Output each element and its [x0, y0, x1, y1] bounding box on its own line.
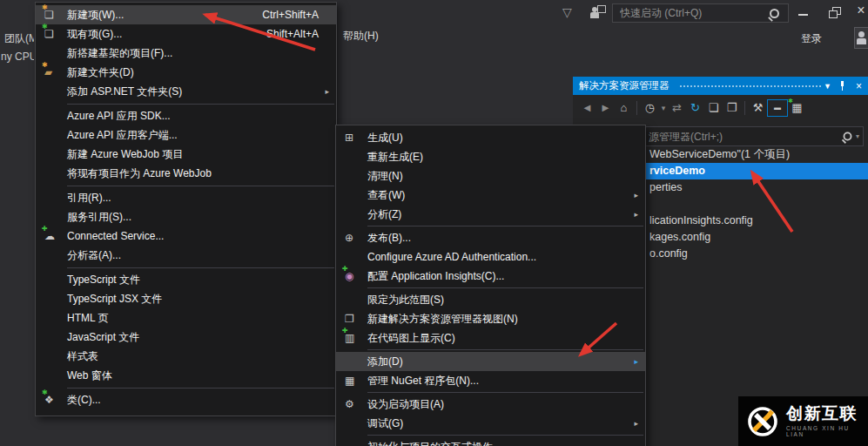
startup-project-icon: ⚙	[345, 396, 367, 412]
menu-item[interactable]: Web 窗体	[36, 366, 336, 385]
menu-item-label: 限定为此范围(S)	[367, 293, 444, 307]
menu-item-label: 新建解决方案资源管理器视图(N)	[367, 312, 518, 327]
menu-item-label: 分析(Z)	[367, 207, 401, 222]
new-view-icon: ❐	[345, 311, 367, 327]
menu-item[interactable]: 添加(D)▸	[336, 352, 645, 371]
menu-item[interactable]: ⊕发布(B)...	[336, 228, 645, 247]
menu-icon-gutter	[44, 247, 67, 263]
menu-item[interactable]: ▥✚在代码图上显示(C)	[336, 328, 645, 348]
menu-item[interactable]: 样式表	[36, 347, 336, 366]
menu-item-label: 设为启动项目(A)	[367, 397, 444, 412]
menu-item-label: 新建 Azure WebJob 项目	[67, 147, 183, 162]
submenu-arrow-icon: ▸	[325, 87, 329, 96]
menu-item[interactable]: Azure API 应用客户端...	[36, 125, 336, 145]
menu-separator	[367, 349, 643, 350]
solution-explorer-toolbar: ◄►⌂◷▾⇄↻❏❐⚒▬▦✱	[573, 95, 868, 120]
wrench-icon[interactable]: ⚒	[749, 99, 767, 117]
restore-button[interactable]	[826, 5, 842, 19]
menu-item[interactable]: ▦管理 NuGet 程序包(N)...	[336, 371, 645, 390]
menu-item-label: 发布(B)...	[367, 231, 411, 246]
menu-item[interactable]: 初始化与项目的交互式操作	[336, 437, 645, 446]
submenu-arrow-icon: ▸	[634, 191, 638, 199]
menu-item[interactable]: JavaScript 文件	[36, 328, 336, 347]
menu-item[interactable]: ⊞生成(U)	[336, 128, 645, 147]
menu-item-label: JavaScript 文件	[67, 330, 139, 345]
menu-icon-gutter	[345, 168, 367, 184]
menu-item[interactable]: ▰✱新建文件夹(D)	[36, 63, 336, 82]
search-icon	[844, 132, 852, 141]
refresh-icon[interactable]: ↻	[686, 99, 704, 117]
menu-item[interactable]: 查看(W)▸	[336, 186, 645, 205]
menu-item-label: 清理(N)	[367, 169, 403, 184]
history-icon[interactable]: ◷	[641, 99, 659, 117]
menu-item[interactable]: ❏✱现有项(G)...Shift+Alt+A	[36, 24, 336, 44]
menu-icon-gutter	[345, 187, 367, 203]
menu-separator	[67, 104, 334, 105]
back-icon[interactable]: ◄	[578, 99, 596, 117]
menu-item[interactable]: 添加 ASP.NET 文件夹(S)▸	[36, 82, 336, 101]
account-avatar[interactable]	[854, 27, 868, 49]
menu-item[interactable]: 新搭建基架的项目(F)...	[36, 44, 336, 63]
menu-item[interactable]: ❖✱类(C)...	[36, 390, 336, 409]
watermark-brand: 创新互联	[786, 405, 868, 423]
minimize-button[interactable]	[795, 10, 811, 19]
menu-item[interactable]: 清理(N)	[336, 166, 645, 186]
panel-close-icon[interactable]: ×	[852, 77, 865, 95]
menu-item[interactable]: Configure Azure AD Authentication...	[336, 247, 645, 267]
menu-item-label: 初始化与项目的交互式操作	[367, 440, 493, 446]
menu-item[interactable]: ❏✱新建项(W)...Ctrl+Shift+A	[36, 5, 336, 24]
menu-item[interactable]: ◉✚配置 Application Insights(C)...	[336, 267, 645, 286]
preview-toggle-icon[interactable]: ▬	[767, 99, 788, 117]
menu-item[interactable]: 分析(Z)▸	[336, 205, 645, 224]
menu-item[interactable]: 限定为此范围(S)	[336, 290, 645, 309]
menu-item[interactable]: ❐新建解决方案资源管理器视图(N)	[336, 309, 645, 328]
pin-icon[interactable]	[836, 77, 849, 95]
panel-title: 解决方案资源管理器	[579, 79, 670, 92]
sign-in-link[interactable]: 登录	[801, 31, 822, 46]
menu-icon-gutter	[345, 439, 367, 446]
quick-launch-box[interactable]	[612, 3, 789, 23]
collapse-all-icon[interactable]: ❏	[704, 99, 723, 117]
menu-item[interactable]: 新建 Azure WebJob 项目	[36, 145, 336, 164]
menu-item[interactable]: 调试(G)▸	[336, 414, 645, 433]
menu-item-label: Web 窗体	[67, 368, 112, 383]
platform-dropdown[interactable]: ny CPU	[1, 51, 34, 63]
menu-item[interactable]: 将现有项目作为 Azure WebJob	[36, 164, 336, 183]
menu-item-label: HTML 页	[67, 311, 109, 326]
menu-item-label: Azure API 应用 SDK...	[67, 109, 171, 124]
window-position-chevron-icon[interactable]: ▼	[821, 77, 834, 95]
sync-icon[interactable]: ⇄	[668, 99, 686, 117]
menu-icon-gutter	[44, 166, 67, 181]
properties-page-icon[interactable]: ❐	[723, 99, 741, 117]
menu-item[interactable]: 分析器(A)...	[36, 246, 336, 265]
search-dropdown-icon[interactable]: ▾	[856, 132, 859, 140]
menu-icon-gutter	[44, 329, 67, 345]
menu-item-label: 重新生成(E)	[367, 150, 423, 165]
menu-item[interactable]: ☁✚Connected Service...	[36, 226, 336, 246]
menu-item[interactable]: TypeScript 文件	[36, 270, 336, 289]
menu-item[interactable]: ⚙设为启动项目(A)	[336, 395, 645, 414]
code-map-icon: ▥✚	[345, 330, 367, 346]
show-all-files-icon[interactable]: ▦✱	[788, 99, 806, 117]
feedback-icon[interactable]	[590, 6, 606, 19]
close-button[interactable]: ×	[854, 3, 868, 20]
menu-item[interactable]: 引用(R)...	[36, 188, 336, 207]
menu-item[interactable]: 服务引用(S)...	[36, 207, 336, 226]
submenu-arrow-icon: ▸	[634, 357, 638, 366]
menu-item[interactable]: 重新生成(E)	[336, 147, 645, 166]
menubar-item-team[interactable]: 团队(M	[4, 31, 34, 46]
menubar-item-help[interactable]: 帮助(H)	[343, 29, 379, 44]
menu-item[interactable]: Azure API 应用 SDK...	[36, 106, 336, 125]
quick-launch-input[interactable]	[613, 7, 770, 19]
menu-separator	[367, 392, 643, 393]
menu-icon-gutter	[44, 108, 67, 124]
menu-item[interactable]: HTML 页	[36, 308, 336, 328]
toolbar-separator	[744, 101, 745, 115]
notifications-funnel-icon[interactable]: ▽	[562, 5, 572, 19]
dropdown-icon[interactable]: ▾	[659, 99, 668, 117]
forward-icon[interactable]: ►	[596, 99, 615, 117]
menu-item-shortcut: Ctrl+Shift+A	[262, 9, 331, 21]
menu-item-label: 新搭建基架的项目(F)...	[67, 46, 172, 61]
menu-item[interactable]: TypeScript JSX 文件	[36, 289, 336, 308]
home-icon[interactable]: ⌂	[615, 99, 633, 117]
